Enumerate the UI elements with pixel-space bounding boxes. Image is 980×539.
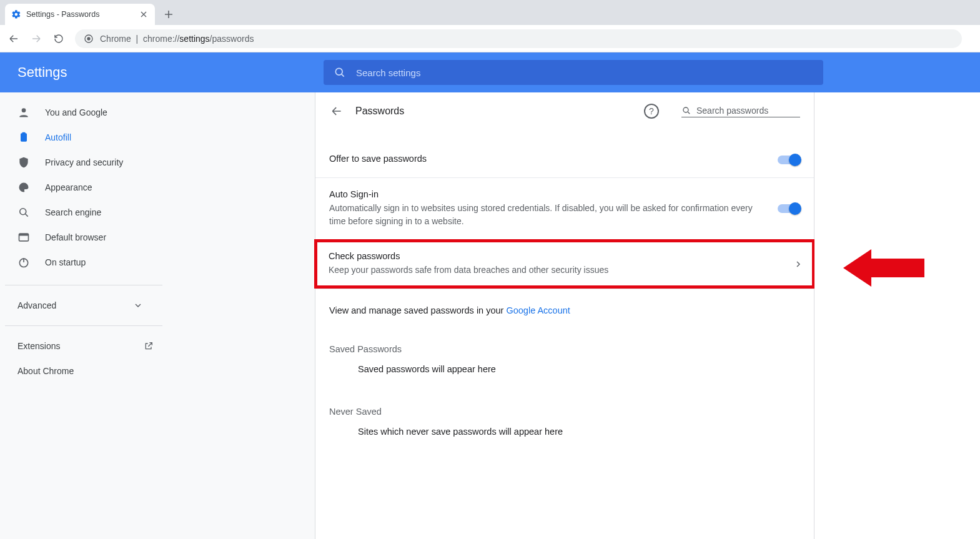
sidebar-item-search-engine[interactable]: Search engine (0, 200, 162, 225)
main-panel: Passwords ? Offer to save passwords Auto… (315, 92, 814, 539)
page-title: Passwords (355, 106, 633, 117)
sidebar-item-label: Search engine (45, 207, 101, 217)
saved-passwords-empty: Saved passwords will appear here (315, 364, 814, 389)
svg-rect-5 (22, 132, 26, 134)
shield-icon (17, 156, 30, 169)
offer-save-row: Offer to save passwords (315, 142, 814, 177)
page-header: Passwords ? (315, 92, 814, 130)
settings-title: Settings (17, 64, 311, 81)
search-icon (17, 206, 30, 219)
gear-icon (11, 9, 21, 19)
sidebar-item-default-browser[interactable]: Default browser (0, 225, 162, 250)
sidebar-about[interactable]: About Chrome (0, 359, 175, 383)
settings-search[interactable] (324, 60, 823, 85)
new-tab-button[interactable] (160, 6, 177, 23)
settings-header: Settings (0, 52, 980, 92)
advanced-label: Advanced (17, 300, 56, 310)
person-icon (17, 106, 30, 119)
sidebar-item-privacy[interactable]: Privacy and security (0, 150, 162, 175)
password-search[interactable] (681, 106, 800, 117)
check-passwords-title: Check passwords (329, 251, 783, 261)
sidebar-item-you-and-google[interactable]: You and Google (0, 100, 162, 125)
sidebar-advanced[interactable]: Advanced (0, 293, 162, 318)
extensions-label: Extensions (17, 341, 60, 351)
never-saved-empty: Sites which never save passwords will ap… (315, 427, 814, 452)
search-icon (334, 66, 346, 79)
sidebar-item-autofill[interactable]: Autofill (0, 125, 162, 150)
svg-point-10 (683, 107, 688, 112)
site-info-icon[interactable] (84, 34, 94, 44)
forward-button[interactable] (27, 30, 45, 47)
saved-passwords-label: Saved Passwords (315, 327, 814, 364)
tab-strip: Settings - Passwords (0, 0, 980, 25)
svg-point-6 (20, 209, 26, 215)
open-in-new-icon (144, 341, 154, 351)
password-search-input[interactable] (696, 106, 790, 116)
auto-signin-toggle[interactable] (778, 204, 800, 213)
svg-rect-4 (21, 133, 27, 141)
sidebar-item-label: Privacy and security (45, 157, 123, 167)
url-text: Chrome | chrome://settings/passwords (100, 34, 254, 44)
divider (5, 325, 162, 326)
manage-passwords-row: View and manage saved passwords in your … (315, 289, 814, 327)
browser-tab[interactable]: Settings - Passwords (5, 4, 155, 25)
page-back-button[interactable] (329, 104, 344, 119)
back-button[interactable] (5, 30, 22, 47)
browser-toolbar: Chrome | chrome://settings/passwords (0, 25, 980, 52)
never-saved-label: Never Saved (315, 389, 814, 427)
auto-signin-desc: Automatically sign in to websites using … (329, 202, 765, 228)
sidebar-item-label: Default browser (45, 232, 106, 242)
auto-signin-title: Auto Sign-in (329, 189, 765, 199)
offer-save-toggle[interactable] (778, 156, 800, 164)
check-passwords-highlight: Check passwords Keep your passwords safe… (314, 239, 815, 289)
sidebar-item-appearance[interactable]: Appearance (0, 175, 162, 200)
google-account-link[interactable]: Google Account (506, 305, 570, 315)
sidebar-item-on-startup[interactable]: On startup (0, 250, 162, 275)
manage-prefix: View and manage saved passwords in your (329, 305, 506, 315)
chevron-down-icon (135, 304, 141, 307)
chevron-right-icon (796, 261, 801, 267)
power-icon (17, 256, 30, 269)
offer-save-label: Offer to save passwords (329, 154, 765, 164)
annotation-arrow (843, 246, 924, 290)
palette-icon (17, 181, 30, 194)
sidebar-extensions[interactable]: Extensions (0, 334, 175, 359)
auto-signin-row: Auto Sign-in Automatically sign in to we… (315, 177, 814, 239)
divider (5, 285, 162, 285)
right-gutter (814, 92, 980, 539)
sidebar-item-label: On startup (45, 257, 86, 267)
tab-title: Settings - Passwords (26, 10, 134, 19)
settings-sidebar: You and Google Autofill Privacy and secu… (0, 92, 175, 539)
check-passwords-desc: Keep your passwords safe from data breac… (329, 264, 783, 277)
sidebar-item-label: Appearance (45, 182, 92, 192)
svg-point-3 (22, 108, 26, 112)
clipboard-icon (17, 131, 30, 144)
svg-point-2 (335, 68, 342, 75)
settings-search-input[interactable] (356, 67, 813, 78)
about-label: About Chrome (17, 366, 74, 376)
content-area: You and Google Autofill Privacy and secu… (0, 92, 980, 539)
sidebar-item-label: You and Google (45, 107, 107, 117)
reload-button[interactable] (50, 30, 67, 47)
svg-rect-8 (19, 234, 29, 235)
check-passwords-row[interactable]: Check passwords Keep your passwords safe… (317, 242, 812, 285)
svg-point-1 (87, 37, 90, 40)
sidebar-item-label: Autofill (45, 132, 71, 142)
address-bar[interactable]: Chrome | chrome://settings/passwords (75, 29, 962, 48)
browser-icon (17, 231, 30, 244)
search-icon (681, 106, 691, 116)
svg-marker-11 (843, 249, 924, 287)
help-button[interactable]: ? (644, 104, 659, 119)
close-icon[interactable] (139, 9, 149, 19)
